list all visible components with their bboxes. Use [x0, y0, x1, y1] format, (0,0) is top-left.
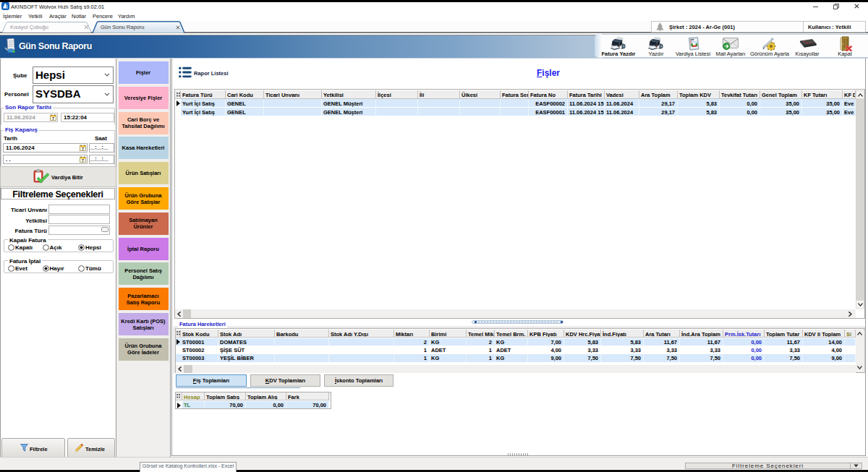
svg-text:7: 7	[52, 116, 54, 121]
svg-text:7: 7	[82, 147, 84, 151]
svg-text:7: 7	[82, 158, 84, 163]
